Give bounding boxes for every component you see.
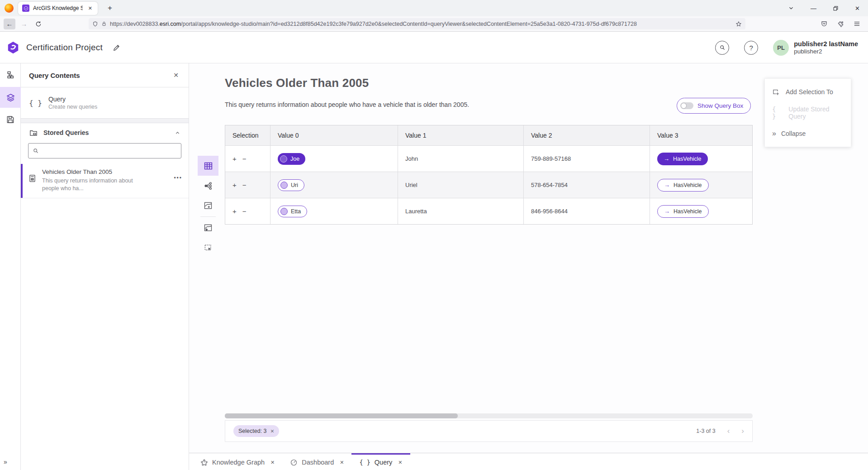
clear-selection-icon[interactable]: ✕ — [270, 428, 275, 434]
link-chart-icon — [204, 181, 213, 191]
window-close-button[interactable]: ✕ — [855, 5, 860, 12]
bookmark-star-icon[interactable] — [735, 21, 742, 27]
horizontal-scrollbar[interactable] — [225, 413, 753, 418]
left-rail: » — [0, 63, 21, 470]
relationship-pill[interactable]: →HasVehicle — [657, 179, 709, 192]
tool-strip-divider — [200, 216, 216, 217]
row-add-button[interactable]: + — [232, 181, 237, 189]
browser-tab[interactable]: ArcGIS Knowledge Studio ✕ — [18, 2, 98, 15]
tab-knowledge-graph[interactable]: Knowledge Graph ✕ — [193, 453, 282, 470]
toggle-track[interactable] — [680, 102, 693, 109]
expand-rail-chevrons[interactable]: » — [4, 458, 7, 465]
row-add-button[interactable]: + — [232, 207, 237, 215]
table-view-button[interactable] — [198, 156, 218, 176]
tab-query[interactable]: { } Query ✕ — [351, 453, 410, 470]
column-header[interactable]: Value 2 — [524, 125, 650, 145]
forward-button[interactable]: → — [18, 19, 30, 29]
table-row[interactable]: +− Uri Uriel 578-654-7854 →HasVehicle — [225, 172, 752, 198]
help-button[interactable]: ? — [744, 41, 758, 55]
sitemap-icon — [6, 71, 15, 80]
search-button[interactable] — [715, 41, 729, 55]
shield-icon[interactable] — [92, 21, 98, 27]
close-tab-icon[interactable]: ✕ — [270, 460, 275, 465]
back-button[interactable]: ← — [4, 19, 15, 29]
column-header[interactable]: Selection — [225, 125, 270, 145]
relationship-pill[interactable]: →HasVehicle — [657, 153, 708, 165]
entity-dot-icon — [280, 182, 288, 189]
entity-pill[interactable]: Uri — [278, 179, 304, 191]
column-header[interactable]: Value 1 — [398, 125, 524, 145]
extensions-puzzle-icon[interactable] — [837, 20, 844, 28]
selected-count-chip[interactable]: Selected: 3 ✕ — [233, 425, 279, 437]
add-to-map-button[interactable] — [198, 218, 218, 238]
row-remove-button[interactable]: − — [242, 181, 247, 189]
item-more-icon[interactable]: ••• — [174, 175, 182, 192]
relationship-arrow-icon: → — [664, 208, 670, 215]
edit-title-pencil-icon[interactable] — [113, 44, 120, 52]
menu-item-update-stored-query[interactable]: { } Update Stored Query — [765, 102, 851, 123]
chevron-up-icon[interactable] — [175, 130, 180, 136]
user-info[interactable]: publisher2 lastName publisher2 — [794, 40, 858, 56]
entity-dot-icon — [280, 208, 288, 215]
table-cell-value: 578-654-7854 — [531, 182, 568, 188]
panel-close-icon[interactable]: ✕ — [171, 70, 180, 81]
stored-queries-section-header[interactable]: Stored Queries — [21, 123, 189, 142]
url-bar[interactable]: https://dev0028833.esri.com/portal/apps/… — [89, 18, 745, 29]
entity-pill[interactable]: Joe — [278, 153, 305, 165]
row-add-button[interactable]: + — [232, 155, 237, 163]
query-item-subtitle: Create new queries — [48, 104, 97, 110]
select-tool-button[interactable] — [198, 238, 218, 258]
prev-page-button[interactable]: ‹ — [727, 427, 730, 436]
new-tab-button[interactable]: + — [105, 4, 115, 13]
stored-queries-search[interactable] — [28, 143, 181, 158]
pocket-icon[interactable] — [821, 20, 828, 28]
app-logo-icon — [6, 41, 20, 54]
user-name: publisher2 lastName — [794, 40, 858, 48]
url-text[interactable]: https://dev0028833.esri.com/portal/apps/… — [110, 21, 732, 27]
relationship-arrow-icon: → — [664, 155, 669, 162]
rail-item-save[interactable] — [0, 109, 21, 130]
relationship-pill[interactable]: →HasVehicle — [657, 205, 709, 218]
column-header[interactable]: Value 0 — [270, 125, 398, 145]
show-query-box-toggle[interactable]: Show Query Box — [677, 98, 751, 114]
window-minimize-button[interactable]: — — [811, 5, 816, 12]
new-query-item[interactable]: { } Query Create new queries — [21, 87, 189, 119]
column-header[interactable]: Value 3 — [650, 125, 752, 145]
hamburger-menu-icon[interactable] — [853, 20, 861, 27]
toggle-knob — [681, 103, 687, 109]
menu-item-collapse[interactable]: » Collapse — [765, 123, 851, 144]
lock-icon[interactable] — [101, 21, 107, 27]
next-page-button[interactable]: › — [741, 427, 744, 436]
rail-item-hierarchy[interactable] — [0, 65, 21, 86]
table-cell-value: Lauretta — [405, 208, 427, 215]
map-add-icon — [204, 223, 213, 232]
tab-dashboard[interactable]: Dashboard ✕ — [282, 453, 351, 470]
table-icon — [204, 161, 213, 171]
window-restore-button[interactable] — [833, 5, 839, 11]
table-row[interactable]: +− Joe John 759-889-57168 →HasVehicle — [225, 145, 752, 172]
link-chart-view-button[interactable] — [198, 176, 218, 196]
tab-list-chevron-icon[interactable] — [788, 5, 794, 11]
table-cell-value: Uriel — [405, 182, 417, 188]
table-row[interactable]: +− Etta Lauretta 846-956-8644 →HasVehicl… — [225, 198, 752, 224]
stored-query-doc-icon — [28, 174, 37, 183]
entity-pill[interactable]: Etta — [278, 206, 307, 217]
map-view-button[interactable] — [198, 196, 218, 216]
avatar[interactable]: PL — [773, 40, 789, 56]
reload-button[interactable] — [33, 19, 44, 29]
rail-item-query-contents[interactable] — [0, 87, 21, 108]
row-remove-button[interactable]: − — [242, 207, 247, 215]
menu-item-add-selection-to[interactable]: Add Selection To — [765, 82, 851, 102]
selection-box-icon — [204, 243, 213, 252]
close-tab-icon[interactable]: ✕ — [340, 460, 344, 465]
tab-close-icon[interactable]: ✕ — [86, 5, 94, 12]
firefox-icon[interactable] — [5, 4, 14, 13]
scrollbar-thumb[interactable] — [225, 413, 458, 418]
row-remove-button[interactable]: − — [242, 155, 247, 163]
stored-query-item[interactable]: Vehicles Older Than 2005 This query retu… — [21, 164, 189, 198]
table-cell-value: 759-889-57168 — [531, 155, 571, 162]
search-input[interactable] — [43, 148, 177, 154]
workspace: » Query Contents ✕ { } Query Create new … — [0, 63, 868, 470]
close-tab-icon[interactable]: ✕ — [398, 460, 402, 465]
user-subtitle: publisher2 — [794, 48, 858, 56]
